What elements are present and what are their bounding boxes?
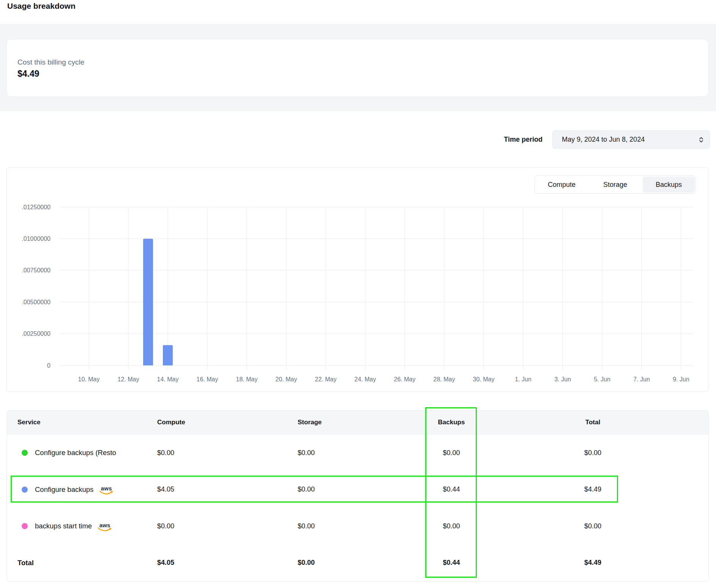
billing-summary-section: Cost this billing cycle $4.49 — [0, 24, 716, 111]
backups-cost: $0.44 — [426, 485, 477, 493]
tab-storage[interactable]: Storage — [589, 177, 641, 193]
compute-cost: $4.05 — [157, 485, 298, 493]
page-title: Usage breakdown — [7, 2, 76, 11]
storage-cost: $0.00 — [298, 522, 426, 530]
x-axis-tick-label: 16. May — [197, 376, 218, 383]
y-axis-tick-label: .00500000 — [22, 299, 50, 305]
chevron-up-down-icon — [698, 136, 704, 144]
chart-series-tabs: ComputeStorageBackups — [535, 175, 696, 194]
column-header-service: Service — [7, 419, 157, 426]
y-axis-tick-label: .00250000 — [22, 330, 50, 337]
x-axis-tick-label: 14. May — [157, 376, 179, 383]
x-axis-tick-label: 18. May — [236, 376, 258, 383]
y-axis-tick-label: .01250000 — [22, 204, 50, 210]
service-name: backups start time — [35, 522, 92, 530]
y-axis-tick-label: 0 — [47, 362, 50, 369]
x-axis-tick-label: 20. May — [276, 376, 297, 383]
column-header-backups: Backups — [426, 419, 477, 426]
series-color-dot — [22, 487, 28, 493]
time-period-value: May 9, 2024 to Jun 8, 2024 — [562, 136, 645, 144]
x-axis-tick-label: 7. Jun — [633, 376, 650, 383]
column-header-compute: Compute — [157, 419, 298, 426]
bar-14-may — [163, 345, 173, 365]
column-header-storage: Storage — [298, 419, 426, 426]
compute-cost: $0.00 — [157, 449, 298, 457]
total-cost: $0.00 — [477, 522, 708, 530]
x-axis-tick-label: 26. May — [394, 376, 416, 383]
time-period-select[interactable]: May 9, 2024 to Jun 8, 2024 — [552, 130, 710, 149]
total-row-label: Total — [17, 559, 34, 567]
series-color-dot — [22, 523, 28, 529]
x-axis-tick-label: 3. Jun — [554, 376, 571, 383]
total-backups-cost: $0.44 — [426, 559, 477, 567]
table-row-backups-start-time: backups start timeaws$0.00$0.00$0.00$0.0… — [7, 508, 708, 545]
x-axis-tick-label: 12. May — [118, 376, 139, 383]
x-axis-tick-label: 30. May — [473, 376, 495, 383]
tab-compute[interactable]: Compute — [536, 177, 588, 193]
service-name: Configure backups — [35, 485, 93, 494]
billing-cycle-label: Cost this billing cycle — [17, 58, 708, 67]
storage-cost: $0.00 — [298, 485, 426, 493]
series-color-dot — [22, 450, 28, 456]
y-axis-tick-label: .00750000 — [22, 267, 50, 273]
tab-backups[interactable]: Backups — [643, 177, 695, 193]
aws-logo-icon: aws — [98, 523, 112, 532]
usage-bar-chart: .01250000.01000000.00750000.00500000.002… — [7, 168, 708, 392]
x-axis-tick-label: 10. May — [78, 376, 100, 383]
x-axis-tick-label: 1. Jun — [515, 376, 531, 383]
service-name: Configure backups (Resto — [35, 449, 116, 457]
time-period-row: Time period May 9, 2024 to Jun 8, 2024 — [504, 130, 710, 149]
time-period-label: Time period — [504, 136, 543, 144]
total-compute-cost: $4.05 — [157, 559, 298, 567]
billing-cycle-value: $4.49 — [17, 68, 708, 80]
column-header-total: Total — [477, 419, 708, 426]
table-header-row: ServiceComputeStorageBackupsTotal — [7, 411, 708, 435]
x-axis-tick-label: 22. May — [315, 376, 337, 383]
aws-logo-icon: aws — [99, 486, 114, 495]
total-cost: $0.00 — [477, 449, 708, 457]
table-total-row: Total$4.05$0.00$0.44$4.49 — [7, 545, 708, 582]
compute-cost: $0.00 — [157, 522, 298, 530]
bar-13-may — [143, 239, 153, 365]
table-row-configure-backups-resto: Configure backups (Resto$0.00$0.00$0.00$… — [7, 435, 708, 471]
backups-cost: $0.00 — [426, 522, 477, 530]
x-axis-tick-label: 28. May — [434, 376, 455, 383]
y-axis-tick-label: .01000000 — [22, 236, 50, 242]
x-axis-tick-label: 24. May — [355, 376, 376, 383]
billing-cycle-card: Cost this billing cycle $4.49 — [6, 39, 708, 97]
backups-cost: $0.00 — [426, 449, 477, 457]
storage-cost: $0.00 — [298, 449, 426, 457]
total-cost: $4.49 — [477, 485, 708, 493]
total-storage-cost: $0.00 — [298, 559, 426, 567]
usage-table: ServiceComputeStorageBackupsTotal Config… — [6, 410, 709, 582]
usage-chart-card: ComputeStorageBackups .01250000.01000000… — [6, 167, 708, 392]
x-axis-tick-label: 9. Jun — [673, 376, 689, 383]
x-axis-tick-label: 5. Jun — [594, 376, 610, 383]
total-total-cost: $4.49 — [477, 559, 708, 567]
table-row-configure-backups: Configure backupsaws$4.05$0.00$0.44$4.49 — [7, 471, 708, 508]
